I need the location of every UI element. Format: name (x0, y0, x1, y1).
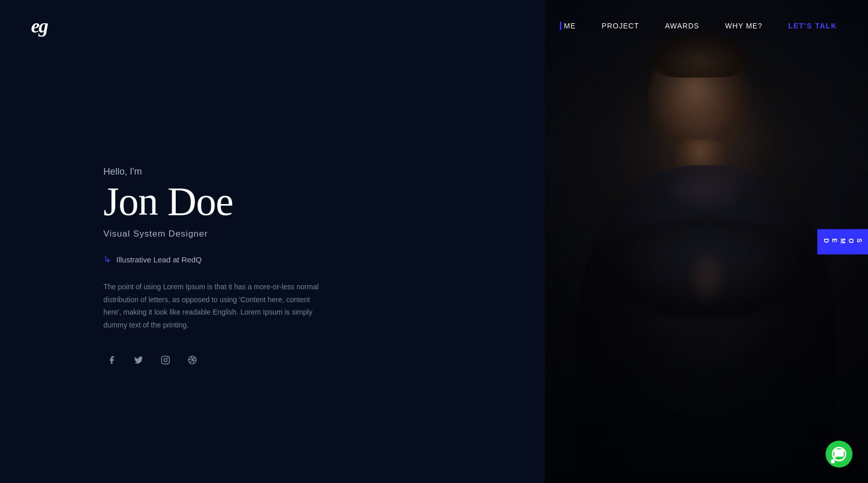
svg-point-1 (164, 359, 167, 362)
svg-rect-0 (162, 356, 170, 364)
twitter-icon (134, 355, 143, 365)
role-text: Illustrative Lead at RedQ (116, 255, 202, 264)
hero-description: The point of using Lorem Ipsum is that i… (103, 281, 326, 331)
arrow-icon: ↳ (103, 254, 111, 265)
nav-project[interactable]: PROJECT (602, 22, 639, 30)
nav-lets-talk[interactable]: LET'S TALK (788, 22, 837, 30)
greeting: Hello, I'm (103, 166, 328, 177)
chat-icon (833, 448, 845, 460)
dribbble-icon (188, 355, 197, 365)
nav-me[interactable]: ME (564, 22, 576, 30)
instagram-icon (161, 355, 170, 365)
nav-why-me[interactable]: WHY ME? (725, 22, 763, 30)
instagram-link[interactable] (157, 352, 174, 368)
hero-name: Jon Doe (103, 181, 328, 222)
social-links (103, 352, 328, 368)
main-content: Hello, I'm Jon Doe Visual System Designe… (0, 0, 868, 483)
hero-title: Visual System Designer (103, 229, 328, 239)
facebook-icon (107, 355, 116, 365)
twitter-link[interactable] (130, 352, 147, 368)
hero-left: Hello, I'm Jon Doe Visual System Designe… (0, 0, 328, 483)
demos-tab[interactable]: D E M O S (817, 229, 868, 254)
role-badge: ↳ Illustrative Lead at RedQ (103, 254, 328, 265)
facebook-link[interactable] (103, 352, 120, 368)
dribbble-link[interactable] (184, 352, 201, 368)
svg-point-2 (167, 357, 168, 359)
logo[interactable]: eg (31, 14, 48, 37)
main-nav: ME PROJECT AWARDS WHY ME? LET'S TALK (564, 22, 837, 30)
chat-bubble[interactable] (826, 441, 852, 468)
nav-awards[interactable]: AWARDS (665, 22, 699, 30)
header: eg ME PROJECT AWARDS WHY ME? LET'S TALK (0, 0, 868, 52)
